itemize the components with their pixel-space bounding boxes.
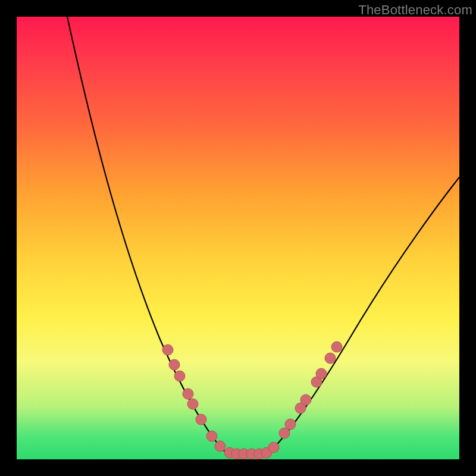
plot-svg [17, 17, 459, 459]
curve-right-curve [267, 177, 459, 454]
watermark-label: TheBottleneck.com [358, 2, 472, 18]
curve-left-curve [67, 17, 228, 454]
marker-dot [331, 342, 342, 352]
marker-dot [215, 441, 226, 452]
marker-dot [162, 345, 173, 355]
marker-dot [169, 359, 180, 370]
marker-dot [183, 389, 193, 399]
marker-dot [285, 419, 296, 430]
gradient-plot-area [17, 17, 459, 459]
marker-dot [174, 371, 185, 381]
marker-dot [268, 442, 279, 453]
marker-dot [325, 353, 336, 364]
marker-dot [196, 414, 206, 425]
marker-dot [316, 368, 327, 379]
marker-dot [300, 394, 311, 405]
marker-dot [206, 431, 217, 441]
marker-dot [187, 399, 198, 409]
